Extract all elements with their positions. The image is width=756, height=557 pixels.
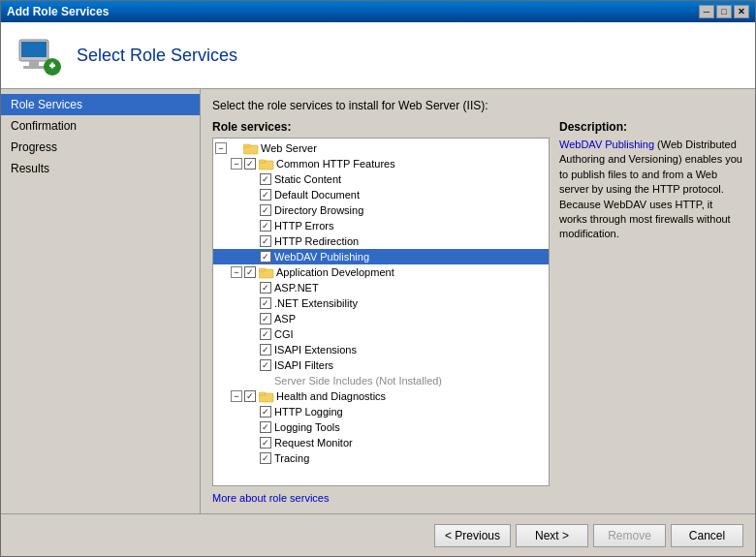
tree-item[interactable]: Request Monitor bbox=[213, 435, 549, 450]
svg-rect-10 bbox=[259, 160, 266, 163]
folder-icon bbox=[259, 389, 274, 403]
role-services-panel: Role services: − Web Server− Common HTTP… bbox=[212, 120, 550, 504]
tree-item[interactable]: HTTP Redirection bbox=[213, 233, 549, 249]
expand-placeholder bbox=[246, 437, 258, 449]
tree-checkbox[interactable] bbox=[260, 359, 271, 371]
title-bar-buttons: ─ □ ✕ bbox=[699, 5, 749, 18]
tree-item-label: Health and Diagnostics bbox=[276, 390, 386, 402]
tree-checkbox[interactable] bbox=[260, 282, 271, 294]
expand-placeholder bbox=[246, 375, 258, 387]
tree-item[interactable]: CGI bbox=[213, 326, 549, 342]
description-body: (Web Distributed Authoring and Versionin… bbox=[559, 139, 742, 239]
header-section: Select Role Services bbox=[1, 22, 755, 89]
close-button[interactable]: ✕ bbox=[734, 5, 749, 18]
tree-item[interactable]: Logging Tools bbox=[213, 419, 549, 435]
tree-item[interactable]: .NET Extensibility bbox=[213, 295, 549, 311]
main-panel: Select the role services to install for … bbox=[201, 89, 755, 513]
main-description: Select the role services to install for … bbox=[212, 99, 743, 112]
tree-item-label: Application Development bbox=[276, 266, 394, 278]
next-button[interactable]: Next > bbox=[516, 524, 588, 547]
tree-item[interactable]: ASP.NET bbox=[213, 280, 549, 295]
tree-checkbox[interactable] bbox=[260, 173, 271, 185]
expand-placeholder bbox=[246, 313, 258, 325]
tree-checkbox[interactable] bbox=[260, 204, 271, 216]
tree-item[interactable]: Tracing bbox=[213, 450, 549, 466]
sidebar-item-results[interactable]: Results bbox=[1, 158, 200, 179]
window-title: Add Role Services bbox=[7, 5, 109, 18]
expand-placeholder bbox=[246, 452, 258, 464]
expand-button[interactable]: − bbox=[231, 158, 242, 170]
tree-item-label: Tracing bbox=[274, 452, 309, 464]
tree-item[interactable]: ISAPI Extensions bbox=[213, 342, 549, 357]
tree-checkbox[interactable] bbox=[260, 452, 271, 464]
expand-button[interactable]: − bbox=[231, 266, 242, 278]
webdav-link[interactable]: WebDAV Publishing bbox=[559, 139, 654, 150]
tree-checkbox[interactable] bbox=[260, 235, 271, 247]
folder-icon bbox=[243, 141, 259, 155]
header-title: Select Role Services bbox=[77, 46, 237, 66]
tree-item-label: HTTP Logging bbox=[274, 406, 343, 418]
tree-item[interactable]: − Health and Diagnostics bbox=[213, 388, 549, 404]
tree-item[interactable]: HTTP Logging bbox=[213, 404, 549, 419]
expand-button[interactable]: − bbox=[215, 142, 227, 154]
tree-item[interactable]: Server Side Includes (Not Installed) bbox=[213, 373, 549, 388]
tree-item[interactable]: ISAPI Filters bbox=[213, 357, 549, 373]
tree-item[interactable]: Static Content bbox=[213, 171, 549, 187]
remove-button[interactable]: Remove bbox=[593, 524, 666, 547]
tree-container[interactable]: − Web Server− Common HTTP FeaturesStatic… bbox=[212, 138, 550, 486]
tree-item-label: Request Monitor bbox=[274, 437, 353, 449]
tree-checkbox[interactable] bbox=[260, 437, 271, 449]
folder-icon bbox=[259, 157, 274, 170]
tree-item-label: CGI bbox=[274, 328, 294, 340]
tree-checkbox[interactable] bbox=[260, 328, 271, 340]
tree-checkbox[interactable] bbox=[260, 297, 271, 309]
sidebar: Role ServicesConfirmationProgressResults bbox=[1, 89, 201, 513]
tree-checkbox[interactable] bbox=[260, 406, 271, 418]
tree-item[interactable]: − Common HTTP Features bbox=[213, 156, 549, 171]
sidebar-item-confirmation[interactable]: Confirmation bbox=[1, 115, 200, 137]
tree-item[interactable]: − Application Development bbox=[213, 264, 549, 280]
content-split: Role services: − Web Server− Common HTTP… bbox=[212, 120, 743, 504]
expand-placeholder bbox=[246, 220, 258, 232]
tree-item-label: Static Content bbox=[274, 173, 341, 185]
tree-item-label: Server Side Includes (Not Installed) bbox=[274, 375, 442, 387]
svg-rect-8 bbox=[243, 144, 250, 147]
sidebar-item-progress[interactable]: Progress bbox=[1, 137, 200, 158]
maximize-button[interactable]: □ bbox=[716, 5, 732, 18]
tree-item[interactable]: HTTP Errors bbox=[213, 218, 549, 233]
description-label: Description: bbox=[559, 120, 743, 134]
tree-item[interactable]: − Web Server bbox=[213, 140, 549, 156]
tree-checkbox[interactable] bbox=[244, 158, 256, 170]
tree-item-label: ISAPI Filters bbox=[274, 359, 333, 371]
footer: < Previous Next > Remove Cancel bbox=[1, 513, 755, 556]
expand-placeholder bbox=[246, 204, 258, 216]
svg-rect-14 bbox=[259, 392, 266, 395]
sidebar-item-role-services[interactable]: Role Services bbox=[1, 94, 200, 115]
title-bar: Add Role Services ─ □ ✕ bbox=[1, 1, 755, 22]
folder-icon bbox=[259, 265, 274, 279]
cancel-button[interactable]: Cancel bbox=[671, 524, 743, 547]
expand-placeholder bbox=[246, 173, 258, 185]
tree-checkbox[interactable] bbox=[244, 266, 256, 278]
tree-item-label: HTTP Errors bbox=[274, 220, 334, 232]
tree-checkbox[interactable] bbox=[244, 390, 256, 402]
previous-button[interactable]: < Previous bbox=[434, 524, 511, 547]
tree-checkbox[interactable] bbox=[260, 189, 271, 201]
expand-placeholder bbox=[246, 328, 258, 340]
tree-item-label: ASP bbox=[274, 313, 296, 325]
tree-checkbox[interactable] bbox=[260, 421, 271, 433]
expand-button[interactable]: − bbox=[231, 390, 242, 402]
tree-checkbox[interactable] bbox=[260, 344, 271, 356]
minimize-button[interactable]: ─ bbox=[699, 5, 714, 18]
tree-item[interactable]: Directory Browsing bbox=[213, 202, 549, 218]
tree-item[interactable]: Default Document bbox=[213, 187, 549, 202]
tree-item-label: Directory Browsing bbox=[274, 204, 363, 216]
more-about-link[interactable]: More about role services bbox=[212, 492, 550, 504]
tree-checkbox[interactable] bbox=[260, 251, 271, 263]
tree-checkbox[interactable] bbox=[260, 220, 271, 232]
tree-checkbox[interactable] bbox=[260, 313, 271, 325]
main-window: Add Role Services ─ □ ✕ Select Role Serv… bbox=[0, 0, 756, 557]
tree-item[interactable]: ASP bbox=[213, 311, 549, 326]
tree-item[interactable]: WebDAV Publishing bbox=[213, 249, 549, 264]
expand-placeholder bbox=[246, 359, 258, 371]
